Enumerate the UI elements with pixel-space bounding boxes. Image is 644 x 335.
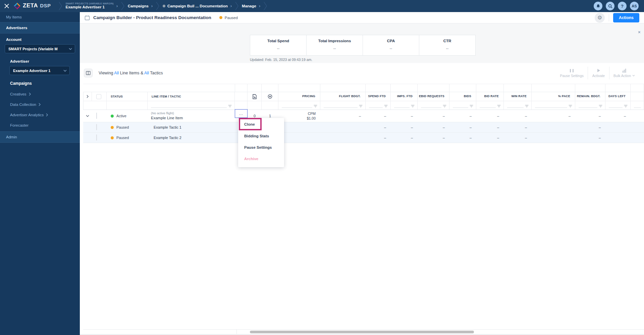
column-header-pricing[interactable]: PRICING — [278, 92, 320, 101]
menu-item-bidding-stats[interactable]: Bidding Stats — [238, 130, 284, 142]
filter-bid-rate[interactable] — [476, 101, 504, 110]
menu-item-clone[interactable]: Clone — [244, 122, 255, 126]
table-spacer-row — [83, 84, 644, 92]
column-header-ebid-requests[interactable]: EBID REQUESTS — [418, 92, 449, 101]
campaign-status-badge: Paused — [219, 16, 238, 20]
row-checkbox[interactable] — [96, 113, 97, 119]
paused-status-dot — [111, 136, 114, 139]
cell-spend-ftd: – — [366, 136, 391, 140]
main-content: Campaign Builder - Product Readiness Doc… — [80, 12, 644, 335]
column-settings-button[interactable] — [84, 69, 93, 77]
filter-pace[interactable] — [532, 101, 575, 110]
activate-button[interactable]: Activate — [588, 67, 609, 79]
bulk-action-button[interactable]: Bulk Action — [609, 67, 639, 79]
breadcrumb-account[interactable]: SMART PROJECTS (VARIABLE MARGIN) Example… — [65, 2, 117, 9]
select-all-checkbox[interactable] — [96, 94, 101, 99]
filter-bids[interactable] — [449, 101, 476, 110]
column-header-extra — [631, 92, 644, 101]
tactic-name[interactable]: Example Tactic 1 — [148, 125, 235, 130]
table-row-tactic[interactable]: Paused Example Tactic 2 – – – – – – – — [83, 133, 644, 143]
scrollbar-thumb[interactable] — [250, 331, 474, 333]
sidebar-item-my-items[interactable]: My Items — [0, 12, 80, 22]
cell-bids: – — [449, 136, 476, 140]
clone-highlight-box[interactable]: Clone — [239, 118, 262, 130]
all-tactics-link[interactable]: All — [144, 71, 149, 75]
column-header-bids[interactable]: BIDS — [449, 92, 476, 101]
menu-item-archive[interactable]: Archive — [238, 153, 284, 164]
column-header-days-left[interactable]: DAYS LEFT — [605, 92, 631, 101]
table-row-line-item[interactable]: Active (No active flight) Example Line I… — [83, 110, 644, 122]
breadcrumb-separator-icon — [59, 2, 62, 10]
breadcrumb-separator-icon — [235, 2, 238, 10]
select-all-header[interactable] — [92, 92, 107, 101]
sidebar-item-admin[interactable]: Admin — [0, 131, 80, 143]
chevron-right-icon — [39, 103, 41, 106]
expand-all-header[interactable] — [83, 92, 92, 101]
line-item-name-cell: (No active flight) Example Line Item — [148, 111, 235, 120]
filter-ebid-requests[interactable] — [418, 101, 449, 110]
collapse-row-button[interactable] — [83, 115, 92, 117]
sidebar-item-advertisers[interactable]: Advertisers — [0, 22, 80, 34]
tactic-name[interactable]: Example Tactic 2 — [148, 135, 235, 140]
cell-spend-ftd: – — [366, 125, 391, 129]
stats-box: Total Spend -- Total Impressions -- CPA … — [250, 35, 476, 56]
avatar[interactable]: AS — [630, 2, 639, 10]
column-header-win-rate[interactable]: WIN RATE — [504, 92, 532, 101]
sidebar-item-campaigns[interactable]: Campaigns — [0, 78, 80, 89]
help-button[interactable]: ? — [618, 2, 627, 10]
column-header-line-item[interactable]: LINE ITEM / TACTIC — [148, 92, 235, 101]
account-select[interactable]: SMART Projects (Variable M — [5, 44, 75, 53]
filter-imps-ftd[interactable] — [391, 101, 418, 110]
filter-line-item[interactable] — [148, 101, 235, 110]
advertiser-select[interactable]: Example Advertiser 1 — [9, 66, 70, 75]
pause-settings-button[interactable]: Pause Settings — [556, 67, 588, 79]
filter-icon — [384, 105, 388, 108]
breadcrumb-campaign[interactable]: Campaign Buil ... Documentation › — [163, 4, 232, 8]
column-header-targets[interactable] — [262, 92, 278, 101]
filter-remain-bdgt[interactable] — [575, 101, 605, 110]
close-summary-icon[interactable]: × — [638, 29, 641, 35]
column-header-spend-ftd[interactable]: SPEND FTD — [366, 92, 391, 101]
column-header-status[interactable]: STATUS — [107, 92, 148, 101]
column-header-flight-bdgt[interactable]: FLIGHT BDGT. — [320, 92, 366, 101]
column-header-remain-bdgt[interactable]: REMAIN. BDGT. — [575, 92, 605, 101]
filter-win-rate[interactable] — [504, 101, 532, 110]
actions-button[interactable]: Actions — [613, 13, 639, 22]
sidebar-item-data-collection[interactable]: Data Collection — [0, 99, 80, 110]
filter-pricing[interactable] — [278, 101, 320, 110]
menu-item-pause-settings[interactable]: Pause Settings — [238, 142, 284, 153]
row-checkbox[interactable] — [96, 134, 97, 141]
line-item-name[interactable]: Example Line Item — [151, 116, 235, 121]
breadcrumb-manage[interactable]: Manage › — [242, 4, 260, 8]
filter-flight-bdgt[interactable] — [320, 101, 366, 110]
breadcrumb-campaigns[interactable]: Campaigns › — [128, 4, 153, 8]
filter-icon — [569, 105, 572, 108]
filter-spend-ftd[interactable] — [366, 101, 391, 110]
all-line-items-link[interactable]: All — [114, 71, 119, 75]
table-filter-row — [83, 101, 644, 110]
sidebar-item-advertiser-analytics[interactable]: Advertiser Analytics — [0, 110, 80, 120]
filter-days-left[interactable] — [605, 101, 631, 110]
column-header-creatives[interactable] — [248, 92, 262, 101]
zeta-dsp-logo[interactable]: ZETA DSP — [13, 2, 51, 10]
table-row-tactic[interactable]: Paused Example Tactic 1 – – – – – – – — [83, 122, 644, 133]
chevron-right-icon — [46, 113, 48, 117]
column-header-imps-ftd[interactable]: IMPS. FTD — [391, 92, 418, 101]
row-checkbox[interactable] — [96, 124, 97, 130]
table-header-row: STATUS LINE ITEM / TACTIC PRICING FLIGHT… — [83, 92, 644, 101]
target-icon — [268, 94, 272, 99]
column-header-pace[interactable]: % PACE — [532, 92, 575, 101]
close-icon[interactable] — [0, 4, 13, 8]
cell-pricing: CPM $1.00 — [278, 111, 320, 121]
gear-icon[interactable]: ⚙ — [595, 13, 605, 23]
updated-timestamp: Updated: Feb. 15, 2023 at 09:43:19 am. — [250, 58, 312, 62]
search-button[interactable] — [606, 2, 614, 10]
filter-extra[interactable] — [631, 101, 644, 110]
sidebar-item-creatives[interactable]: Creatives — [0, 89, 80, 99]
sidebar-item-forecaster[interactable]: Forecaster — [0, 120, 80, 130]
notifications-button[interactable] — [594, 2, 602, 10]
column-header-bid-rate[interactable]: BID RATE — [476, 92, 504, 101]
advertiser-select-value: Example Advertiser 1 — [13, 69, 63, 73]
cell-remain-bdgt: – — [575, 136, 605, 140]
row-menu-button[interactable]: ... — [235, 109, 248, 118]
